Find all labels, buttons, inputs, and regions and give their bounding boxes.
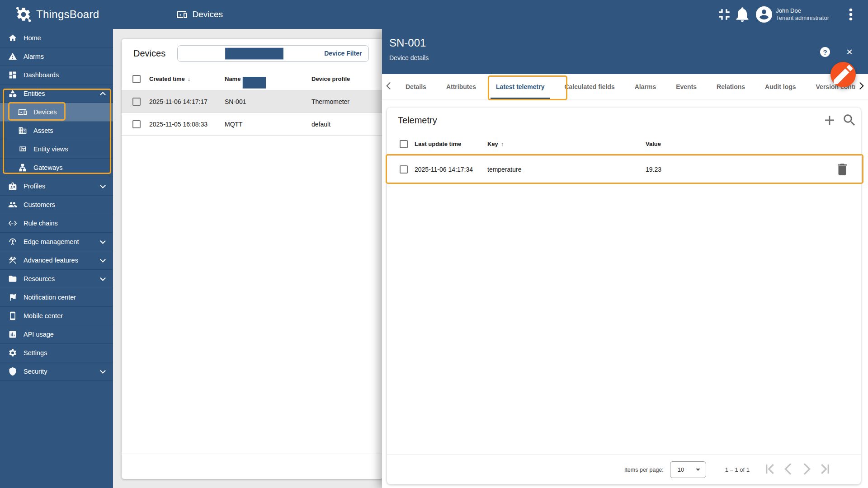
user-info[interactable]: John Doe Tenant administrator [776, 7, 829, 22]
user-role: Tenant administrator [776, 14, 829, 22]
sidebar-item-rule-chains[interactable]: Rule chains [0, 214, 113, 233]
items-per-page-label: Items per page: [624, 467, 664, 473]
sidebar-item-edge-management[interactable]: Edge management [0, 233, 113, 251]
previous-page-button[interactable] [779, 461, 797, 479]
cell-last-update-time: 2025-11-06 14:17:34 [415, 166, 473, 173]
entities-icon [8, 89, 17, 98]
devices-icon [18, 108, 27, 117]
tab-relations[interactable]: Relations [707, 74, 755, 99]
sort-up-icon: ↑ [501, 141, 504, 147]
edit-device-fab[interactable] [830, 62, 856, 87]
assets-icon [18, 126, 27, 135]
sidebar-item-gateways[interactable]: Gateways [0, 159, 113, 177]
sidebar-item-label: Entity views [33, 145, 68, 153]
profiles-icon [8, 182, 17, 191]
tab-latest-telemetry[interactable]: Latest telemetry [486, 74, 554, 99]
device-row-mqtt[interactable]: 2025-11-05 16:08:33 MQTT default [122, 113, 383, 136]
mobile-center-icon [8, 311, 17, 320]
tab-alarms[interactable]: Alarms [625, 74, 666, 99]
tab-calculated-fields[interactable]: Calculated fields [554, 74, 624, 99]
tabs-bar: DetailsAttributesLatest telemetryCalcula… [382, 74, 868, 99]
last-page-button[interactable] [816, 461, 834, 479]
column-key[interactable]: Key↑ [487, 141, 504, 147]
sidebar-item-settings[interactable]: Settings [0, 344, 113, 362]
sidebar-item-label: API usage [24, 331, 54, 338]
brand-name: ThingsBoard [36, 8, 99, 21]
help-button[interactable]: ? [820, 47, 830, 57]
chevron-right-icon [797, 460, 816, 479]
tab-events[interactable]: Events [666, 74, 707, 99]
column-last-update-time[interactable]: Last update time [415, 141, 461, 147]
sidebar-item-profiles[interactable]: Profiles [0, 177, 113, 196]
sidebar-item-label: Profiles [24, 183, 45, 190]
tab-audit-logs[interactable]: Audit logs [755, 74, 806, 99]
rule-chains-icon [8, 219, 17, 228]
brand[interactable]: ThingsBoard [15, 6, 99, 23]
row-checkbox[interactable] [132, 98, 141, 106]
last-page-icon [816, 460, 834, 479]
add-telemetry-button[interactable] [822, 113, 837, 128]
thingsboard-logo-icon [15, 6, 32, 23]
tab-details[interactable]: Details [396, 74, 436, 99]
sidebar-item-home[interactable]: Home [0, 29, 113, 47]
sidebar-item-devices[interactable]: Devices [0, 103, 113, 122]
next-page-button[interactable] [797, 461, 816, 479]
tabs-scroll-right-button[interactable] [855, 74, 867, 99]
sidebar-item-label: Devices [33, 108, 57, 116]
fullscreen-exit-icon [715, 5, 733, 23]
notification-center-icon [8, 293, 17, 302]
chevron-left-icon [779, 460, 797, 479]
column-name[interactable]: Name [225, 75, 241, 82]
sidebar-item-api-usage[interactable]: API usage [0, 325, 113, 344]
cell-name: MQTT [225, 121, 243, 128]
settings-icon [8, 348, 17, 357]
sidebar-item-entity-views[interactable]: Entity views [0, 140, 113, 159]
device-row-sn001[interactable]: 2025-11-06 14:17:17 SN-001 Thermometer [122, 90, 383, 113]
page-title: Devices [192, 9, 223, 19]
sidebar-item-assets[interactable]: Assets [0, 122, 113, 140]
sidebar-item-label: Edge management [24, 238, 79, 245]
device-filter-button[interactable]: Device Filter [177, 45, 369, 62]
sidebar-item-label: Notification center [24, 294, 76, 301]
advanced-features-icon [8, 256, 17, 265]
sidebar-item-label: Mobile center [24, 312, 63, 319]
delete-button[interactable] [835, 162, 850, 177]
page-size-select[interactable]: 10 [670, 461, 706, 478]
close-icon[interactable]: × [844, 46, 855, 58]
column-created-time[interactable]: Created time↓ [149, 75, 190, 82]
sidebar-item-notification-center[interactable]: Notification center [0, 288, 113, 307]
column-device-profile[interactable]: Device profile [311, 75, 350, 82]
sidebar-item-alarms[interactable]: Alarms [0, 47, 113, 66]
sidebar-item-advanced-features[interactable]: Advanced features [0, 251, 113, 270]
page-size-value: 10 [678, 466, 684, 473]
select-all-checkbox[interactable] [400, 140, 408, 148]
column-value[interactable]: Value [646, 141, 661, 147]
sidebar-item-security[interactable]: Security [0, 362, 113, 381]
search-button[interactable] [842, 113, 857, 128]
cell-created-time: 2025-11-05 16:08:33 [149, 121, 208, 128]
sidebar-item-mobile-center[interactable]: Mobile center [0, 307, 113, 325]
trash-icon [835, 162, 850, 177]
notifications-button[interactable] [733, 5, 751, 23]
tabs-scroll-left-button[interactable] [383, 74, 395, 99]
first-page-button[interactable] [761, 461, 779, 479]
sidebar-item-dashboards[interactable]: Dashboards [0, 66, 113, 84]
sidebar-item-entities[interactable]: Entities [0, 84, 113, 103]
telemetry-row-temperature[interactable]: 2025-11-06 14:17:34 temperature 19.23 [387, 155, 861, 183]
api-usage-icon [8, 330, 17, 339]
select-all-checkbox[interactable] [132, 75, 141, 83]
breadcrumb: Devices [177, 9, 223, 20]
row-checkbox[interactable] [400, 165, 408, 174]
chevron-left-icon [383, 80, 395, 94]
chevron-up-icon [100, 92, 106, 98]
more-menu-button[interactable] [842, 5, 860, 23]
sidebar-item-customers[interactable]: Customers [0, 196, 113, 214]
avatar[interactable] [756, 6, 772, 23]
tab-attributes[interactable]: Attributes [436, 74, 486, 99]
user-name: John Doe [776, 7, 829, 14]
fullscreen-exit-button[interactable] [715, 5, 733, 23]
row-checkbox[interactable] [132, 120, 141, 128]
dashboards-icon [8, 70, 17, 80]
bell-icon [733, 5, 751, 23]
sidebar-item-resources[interactable]: Resources [0, 270, 113, 288]
